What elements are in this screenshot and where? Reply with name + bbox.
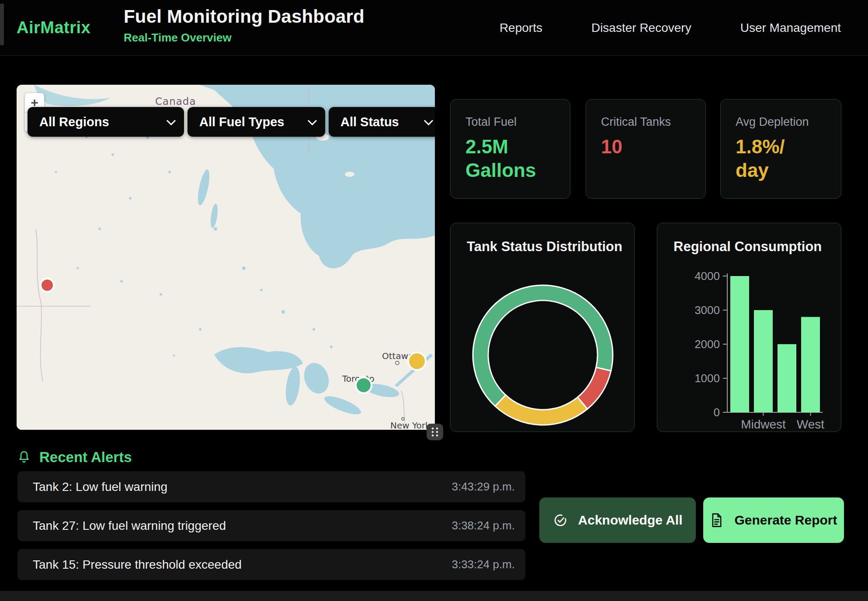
bell-icon xyxy=(17,450,31,465)
alert-time: 3:38:24 p.m. xyxy=(451,519,515,532)
stat-card-critical-tanks: Critical Tanks 10 xyxy=(586,99,706,199)
svg-text:4000: 4000 xyxy=(694,269,720,283)
tank-marker-critical[interactable] xyxy=(41,279,54,292)
map-filters: All Regions All Fuel Types All Status xyxy=(28,107,435,137)
svg-text:Midwest: Midwest xyxy=(741,418,786,431)
chevron-down-icon xyxy=(424,116,433,125)
stat-label: Avg Depletion xyxy=(736,115,828,129)
stat-value: 2.5M Gallons xyxy=(465,135,557,182)
stat-card-avg-depletion: Avg Depletion 1.8%/ day xyxy=(720,99,841,199)
alert-row[interactable]: Tank 2: Low fuel warning 3:43:29 p.m. xyxy=(17,471,525,502)
status-filter-select[interactable]: All Status xyxy=(329,107,435,137)
region-filter-select[interactable]: All Regions xyxy=(28,107,184,137)
nav-user-management[interactable]: User Management xyxy=(740,21,841,35)
title-block: Fuel Monitoring Dashboard Real-Time Over… xyxy=(124,6,365,45)
alerts-header: Recent Alerts xyxy=(17,449,132,466)
fuel-type-filter-select[interactable]: All Fuel Types xyxy=(187,107,325,137)
map-label-canada: Canada xyxy=(155,96,196,107)
stat-value: 1.8%/ day xyxy=(736,135,828,182)
tank-marker-normal[interactable] xyxy=(356,377,372,393)
bar xyxy=(778,344,796,412)
svg-text:0: 0 xyxy=(714,406,720,419)
alerts-title: Recent Alerts xyxy=(39,449,132,466)
bar xyxy=(730,276,749,412)
status-filter-value: All Status xyxy=(340,115,399,129)
main-nav: Reports Disaster Recovery User Managemen… xyxy=(500,0,841,55)
grip-dots-icon xyxy=(427,424,443,440)
regional-consumption-chart-card: 01000200030004000MidwestWest Regional Co… xyxy=(657,223,841,432)
svg-text:West: West xyxy=(797,418,824,431)
check-circle-icon xyxy=(553,513,568,528)
bar xyxy=(801,317,820,412)
stat-card-total-fuel: Total Fuel 2.5M Gallons xyxy=(450,99,570,199)
chart-title: Regional Consumption xyxy=(674,239,822,255)
page-subtitle: Real-Time Overview xyxy=(124,31,365,45)
chevron-down-icon xyxy=(308,116,317,125)
alert-text: Tank 27: Low fuel warning triggered xyxy=(33,519,226,533)
button-label: Generate Report xyxy=(734,513,837,528)
alert-row[interactable]: Tank 15: Pressure threshold exceeded 3:3… xyxy=(17,549,525,580)
fuel-monitoring-dashboard: AirMatrix Fuel Monitoring Dashboard Real… xyxy=(0,0,868,601)
document-icon xyxy=(710,513,724,528)
generate-report-button[interactable]: Generate Report xyxy=(703,497,844,543)
doughnut-segment-warning xyxy=(495,395,587,425)
page-title: Fuel Monitoring Dashboard xyxy=(124,6,365,27)
tank-marker-warning[interactable] xyxy=(408,352,426,370)
alert-row[interactable]: Tank 27: Low fuel warning triggered 3:38… xyxy=(17,510,525,541)
chart-title: Tank Status Distribution xyxy=(467,239,622,255)
fuel-type-filter-value: All Fuel Types xyxy=(199,115,284,129)
acknowledge-all-button[interactable]: Acknowledge All xyxy=(539,497,696,543)
nav-disaster-recovery[interactable]: Disaster Recovery xyxy=(591,21,691,35)
nav-reports[interactable]: Reports xyxy=(500,21,542,35)
stat-value: 10 xyxy=(601,135,692,159)
alert-text: Tank 2: Low fuel warning xyxy=(33,480,167,494)
alert-text: Tank 15: Pressure threshold exceeded xyxy=(33,558,242,572)
alert-time: 3:33:24 p.m. xyxy=(451,558,515,571)
svg-text:2000: 2000 xyxy=(694,338,720,351)
alert-time: 3:43:29 p.m. xyxy=(451,480,515,494)
stat-label: Total Fuel xyxy=(465,115,557,129)
chevron-down-icon xyxy=(167,116,176,125)
header: AirMatrix Fuel Monitoring Dashboard Real… xyxy=(0,0,868,56)
map-resize-grip[interactable] xyxy=(427,424,443,442)
stat-label: Critical Tanks xyxy=(601,115,692,129)
horizontal-scrollbar-track[interactable] xyxy=(0,591,868,601)
map-panel[interactable]: Canada Ottawa Toronto New York + − All R… xyxy=(17,85,435,430)
tank-status-chart-card: Tank Status Distribution xyxy=(450,223,635,432)
svg-text:1000: 1000 xyxy=(694,372,720,385)
bar xyxy=(754,310,773,412)
app-logo: AirMatrix xyxy=(17,0,90,55)
map-label-new-york: New York xyxy=(390,420,431,430)
svg-text:3000: 3000 xyxy=(694,304,720,317)
region-filter-value: All Regions xyxy=(39,115,109,129)
button-label: Acknowledge All xyxy=(578,513,683,528)
scrollbar-thumb[interactable] xyxy=(0,3,4,45)
